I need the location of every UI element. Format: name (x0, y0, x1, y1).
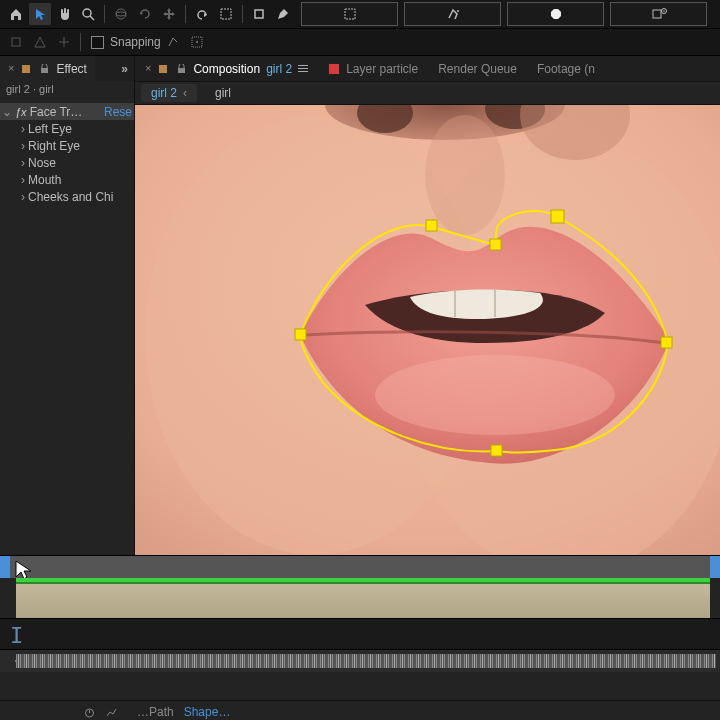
effect-prop-row[interactable]: ›Nose (0, 154, 134, 171)
fx-badge-icon: ƒx (12, 106, 30, 118)
twirl-right-icon[interactable]: › (18, 173, 28, 187)
twirl-right-icon[interactable]: › (18, 156, 28, 170)
svg-rect-37 (491, 445, 502, 456)
timeline-track[interactable] (0, 578, 720, 618)
effect-prop-row[interactable]: ›Right Eye (0, 137, 134, 154)
comp-tab-footage[interactable]: Footage (n (527, 56, 605, 81)
separator (185, 5, 186, 23)
chevron-left-icon: ‹ (183, 86, 187, 100)
twirl-right-icon[interactable]: › (18, 139, 28, 153)
breadcrumb-item[interactable]: girl 2 ‹ (141, 84, 197, 102)
timeline-panel: I …Path Shape… (0, 555, 720, 720)
effect-prop-row[interactable]: ›Mouth (0, 171, 134, 188)
tool2-c-icon[interactable] (53, 31, 75, 53)
twirl-right-icon[interactable]: › (18, 122, 28, 136)
svg-rect-35 (551, 210, 564, 223)
pen-tool-icon[interactable] (272, 3, 294, 25)
effects-tab[interactable]: × Effect (0, 56, 95, 81)
breadcrumb-label: girl 2 (151, 86, 177, 100)
mode-button-4[interactable] (610, 2, 707, 26)
svg-rect-5 (255, 10, 263, 18)
snapping-toggle[interactable]: Snapping (91, 35, 161, 49)
svg-rect-18 (41, 68, 48, 73)
stopwatch-icon[interactable] (83, 706, 95, 718)
mode-button-3[interactable] (507, 2, 604, 26)
shape-tool-icon[interactable] (248, 3, 270, 25)
snap-opt-b-icon[interactable] (186, 31, 208, 53)
orbit-icon[interactable] (110, 3, 132, 25)
second-toolbar: Snapping (0, 29, 720, 56)
comp-tab-rq-label: Render Queue (438, 62, 517, 76)
comp-tabs: × Composition girl 2 Layer particle Rend… (135, 56, 720, 81)
close-icon[interactable]: × (145, 63, 151, 74)
svg-rect-9 (653, 10, 661, 18)
top-toolbar (0, 0, 720, 29)
move-icon[interactable] (158, 3, 180, 25)
tl-shape-link[interactable]: Shape… (184, 705, 231, 719)
comp-tab-render-queue[interactable]: Render Queue (428, 56, 527, 81)
effect-prop-label: Right Eye (28, 139, 132, 153)
separator (242, 5, 243, 23)
breadcrumb-label: girl (215, 86, 231, 100)
effect-prop-label: Mouth (28, 173, 132, 187)
mask-icon[interactable] (215, 3, 237, 25)
tool2-a-icon[interactable] (5, 31, 27, 53)
panel-overflow-icon[interactable]: » (115, 56, 134, 81)
effects-tab-title: Effect (56, 62, 86, 76)
svg-rect-19 (159, 65, 167, 73)
work-area-end-handle[interactable] (710, 556, 720, 578)
effects-tabs: × Effect » (0, 56, 134, 81)
comp-tab-active[interactable]: × Composition girl 2 (135, 56, 318, 81)
graph-icon[interactable] (105, 706, 117, 718)
home-icon[interactable] (5, 3, 27, 25)
timeline-footer: …Path Shape… (0, 700, 720, 720)
hand-tool-icon[interactable] (53, 3, 75, 25)
undo-icon[interactable] (191, 3, 213, 25)
zoom-tool-icon[interactable] (77, 3, 99, 25)
rotate-icon[interactable] (134, 3, 156, 25)
svg-rect-8 (551, 9, 561, 19)
comp-tab-layer[interactable]: Layer particle (318, 56, 428, 81)
mode-button-1[interactable] (301, 2, 398, 26)
snapping-checkbox[interactable] (91, 36, 104, 49)
breadcrumb-item[interactable]: girl (205, 84, 241, 102)
selection-tool-icon[interactable] (29, 3, 51, 25)
timeline-scrubber[interactable] (0, 556, 720, 578)
svg-rect-33 (426, 220, 437, 231)
lock-icon[interactable] (38, 63, 50, 75)
effect-reset-link[interactable]: Rese (104, 105, 132, 119)
svg-point-28 (425, 115, 505, 235)
effect-header-row[interactable]: ⌄ ƒx Face Tr… Rese (0, 103, 134, 120)
comp-tab-title: Composition (193, 62, 260, 76)
mode-button-2[interactable] (404, 2, 501, 26)
keyframe-track[interactable] (0, 650, 720, 672)
timeline-clip[interactable] (16, 584, 710, 618)
svg-rect-12 (12, 38, 20, 46)
lock-icon[interactable] (175, 63, 187, 75)
snap-opt-a-icon[interactable] (162, 31, 184, 53)
tl-path-label: …Path (137, 705, 174, 719)
tab-menu-icon[interactable] (298, 65, 308, 72)
timeline-spacer: I (0, 618, 720, 650)
composition-viewer[interactable] (135, 105, 720, 555)
svg-rect-36 (661, 337, 672, 348)
playhead-icon[interactable]: I (10, 623, 23, 648)
twirl-right-icon[interactable]: › (18, 190, 28, 204)
svg-line-1 (90, 16, 94, 20)
close-icon[interactable]: × (8, 63, 14, 74)
effect-name: Face Tr… (30, 105, 104, 119)
tool2-b-icon[interactable] (29, 31, 51, 53)
effect-prop-row[interactable]: ›Left Eye (0, 120, 134, 137)
effect-prop-row[interactable]: ›Cheeks and Chi (0, 188, 134, 205)
work-area-start-handle[interactable] (0, 556, 10, 578)
twirl-down-icon[interactable]: ⌄ (2, 105, 12, 119)
svg-rect-4 (221, 9, 231, 19)
effect-prop-label: Cheeks and Chi (28, 190, 132, 204)
separator (80, 33, 81, 51)
effects-panel: × Effect » girl 2 · girl ⌄ ƒx Face Tr… R… (0, 56, 135, 555)
svg-rect-20 (178, 68, 185, 73)
svg-point-31 (375, 355, 615, 435)
comp-tab-footage-label: Footage (n (537, 62, 595, 76)
svg-point-16 (196, 41, 198, 43)
snapping-label: Snapping (110, 35, 161, 49)
